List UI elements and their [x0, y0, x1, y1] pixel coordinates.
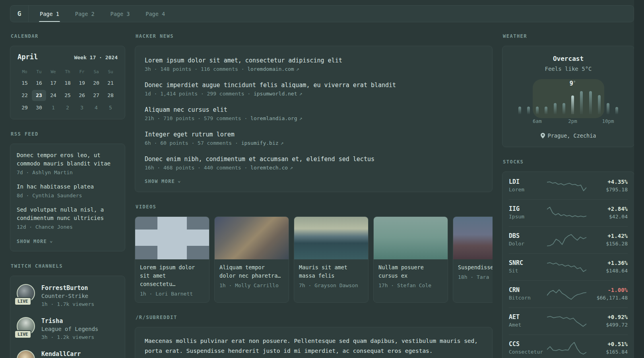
- twitch-section: TWITCH CHANNELS LIVE ForrestBurton Count…: [10, 263, 125, 358]
- rss-item[interactable]: Sed volutpat nulla nisl, a condimentum n…: [17, 206, 118, 230]
- weather-bar-chart: 9°: [518, 90, 619, 114]
- hn-item-meta: 1d · 1,414 points · 299 comments · ipsum…: [145, 91, 483, 97]
- weather-bar: [554, 103, 557, 114]
- hn-domain-link[interactable]: loremdomain.com: [247, 66, 294, 72]
- weather-section: WEATHER Overcast Feels like 5°C 9° 6am 2…: [502, 33, 634, 147]
- channel-game: League of Legends: [41, 325, 98, 333]
- hn-domain-link[interactable]: loremtech.co: [250, 165, 288, 171]
- tab-page-4[interactable]: Page 4: [145, 6, 165, 22]
- reddit-post-title[interactable]: Maecenas mollis pulvinar erat non posuer…: [145, 336, 483, 356]
- video-title: Nullam posuere cursus ex: [378, 263, 443, 280]
- calendar-weekday: Sa: [89, 67, 103, 78]
- video-thumbnail: [453, 217, 493, 259]
- channel-name: KendallCarr: [41, 350, 81, 358]
- rss-show-more-button[interactable]: SHOW MORE ⌄: [17, 239, 53, 244]
- live-badge: LIVE: [14, 297, 31, 305]
- rss-item[interactable]: Donec tempor eros leo, ut commodo mauris…: [17, 151, 118, 175]
- weather-bar: [598, 95, 601, 114]
- tab-page-2[interactable]: Page 2: [75, 6, 95, 22]
- external-link-icon: ↗: [299, 115, 303, 121]
- hn-show-more-button[interactable]: SHOW MORE ⌄: [145, 179, 181, 184]
- show-more-label: SHOW MORE: [145, 179, 175, 184]
- twitch-channel-row[interactable]: KendallCarr: [17, 350, 118, 358]
- rss-item-title: In hac habitasse platea: [17, 183, 118, 191]
- twitch-channel-row[interactable]: LIVE Trisha League of Legends 3h · 1.2k …: [17, 317, 118, 341]
- stock-price: $165.84: [586, 348, 628, 356]
- live-badge: LIVE: [14, 330, 31, 339]
- tab-page-1[interactable]: Page 1: [40, 6, 59, 22]
- stocks-section: STOCKS LDILorem +4.35%$795.18 IIGIpsum +…: [502, 159, 634, 358]
- hn-meta-text: 6h · 60 points · 57 comments ·: [145, 140, 241, 146]
- hn-meta-text: 3h · 148 points · 116 comments ·: [145, 66, 247, 72]
- video-card[interactable]: Lorem ipsum dolor sit amet consectetu… 1…: [135, 216, 209, 303]
- weather-bar: [545, 107, 547, 114]
- subreddit-section: /R/SUBREDDIT Maecenas mollis pulvinar er…: [135, 315, 493, 358]
- video-meta: 7h · Grayson Dawson: [299, 282, 363, 288]
- hn-domain-link[interactable]: loremlandia.org: [250, 115, 297, 121]
- calendar-day: 18: [60, 78, 75, 89]
- calendar-weekday: Th: [60, 67, 75, 78]
- stock-ticker: CCS: [509, 340, 547, 348]
- video-card[interactable]: Nullam posuere cursus ex 17h · Stefan Co…: [373, 216, 448, 303]
- stock-price: $42.04: [586, 213, 628, 221]
- weather-widget: Overcast Feels like 5°C 9° 6am 2pm 10pm …: [502, 46, 634, 147]
- weather-section-title: WEATHER: [503, 33, 634, 39]
- hn-item-meta: 21h · 710 points · 579 comments · loreml…: [145, 115, 483, 121]
- video-thumbnail: [135, 217, 209, 259]
- hn-item-title[interactable]: Donec enim nibh, condimentum et accumsan…: [145, 155, 483, 163]
- video-title: Mauris sit amet massa felis: [299, 263, 363, 280]
- stock-name: Bitcorn: [509, 294, 547, 302]
- calendar-section-title: CALENDAR: [11, 33, 125, 39]
- twitch-widget: LIVE ForrestBurton Counter-Strike 1h · 1…: [10, 276, 125, 358]
- video-thumbnail: [294, 217, 368, 259]
- calendar-weekday: Tu: [32, 67, 46, 78]
- hn-item: Aliquam nec cursus elit 21h · 710 points…: [145, 101, 483, 126]
- tab-label: Page 4: [145, 11, 165, 17]
- rss-item-meta: 7d · Ashlyn Martin: [17, 169, 118, 175]
- hn-item-title[interactable]: Aliquam nec cursus elit: [145, 105, 483, 114]
- hn-domain-link[interactable]: ipsumworld.net: [254, 91, 297, 97]
- hn-item-title[interactable]: Integer eget rutrum lorem: [145, 130, 483, 139]
- calendar-day: 1: [46, 102, 60, 113]
- stock-price: $66,171.48: [586, 294, 628, 302]
- calendar-day: 22: [17, 90, 32, 101]
- external-link-icon: ↗: [281, 140, 284, 146]
- hn-item-title[interactable]: Lorem ipsum dolor sit amet, consectetur …: [145, 56, 483, 65]
- weather-time-labels: 6am 2pm 10pm: [518, 118, 619, 125]
- stock-change: +0.51%: [586, 340, 628, 348]
- video-card[interactable]: Mauris sit amet massa felis 7h · Grayson…: [294, 216, 369, 303]
- time-label: 2pm: [568, 118, 577, 124]
- calendar-weekday: We: [46, 67, 60, 78]
- calendar-day: 20: [89, 78, 103, 89]
- weather-bar: [607, 103, 609, 114]
- stock-ticker: AET: [509, 313, 547, 321]
- stock-price: $148.64: [586, 267, 628, 275]
- calendar-day: 3: [75, 102, 89, 113]
- rss-item-meta: 12d · Chance Jones: [17, 224, 118, 230]
- video-card[interactable]: Aliquam tempor dolor nec pharetra… 1h · …: [214, 216, 289, 303]
- external-link-icon: ↗: [299, 91, 303, 97]
- stock-ticker: LDI: [509, 178, 547, 186]
- calendar-month: April: [17, 53, 38, 61]
- calendar-day: 26: [75, 90, 89, 101]
- rss-item[interactable]: In hac habitasse platea 8d · Cynthia Sau…: [17, 183, 118, 198]
- hn-domain-link[interactable]: ipsumify.biz: [241, 140, 279, 146]
- hacker-news-section: HACKER NEWS Lorem ipsum dolor sit amet, …: [135, 33, 493, 192]
- time-label: 10pm: [602, 118, 614, 124]
- avatar: [17, 350, 35, 358]
- tab-page-3[interactable]: Page 3: [111, 6, 130, 22]
- video-meta: 1h · Molly Carrillo: [219, 282, 284, 288]
- hn-item-title[interactable]: Donec imperdiet augue tincidunt felis al…: [145, 81, 483, 90]
- calendar-day: 15: [17, 78, 32, 89]
- twitch-channel-row[interactable]: LIVE ForrestBurton Counter-Strike 1h · 1…: [17, 284, 118, 308]
- calendar-day: 29: [17, 102, 32, 113]
- video-title: Suspendisse diam: [458, 263, 493, 272]
- degree-symbol: °: [573, 80, 576, 85]
- videos-section-title: VIDEOS: [136, 204, 493, 210]
- stock-sparkline: [547, 341, 586, 355]
- video-card[interactable]: Suspendisse diam 18h · Tara: [453, 216, 493, 303]
- header: G Page 1 Page 2 Page 3 Page 4: [10, 5, 634, 22]
- weather-bar: [527, 107, 530, 114]
- rss-section: RSS FEED Donec tempor eros leo, ut commo…: [10, 131, 125, 251]
- twitch-section-title: TWITCH CHANNELS: [11, 263, 125, 269]
